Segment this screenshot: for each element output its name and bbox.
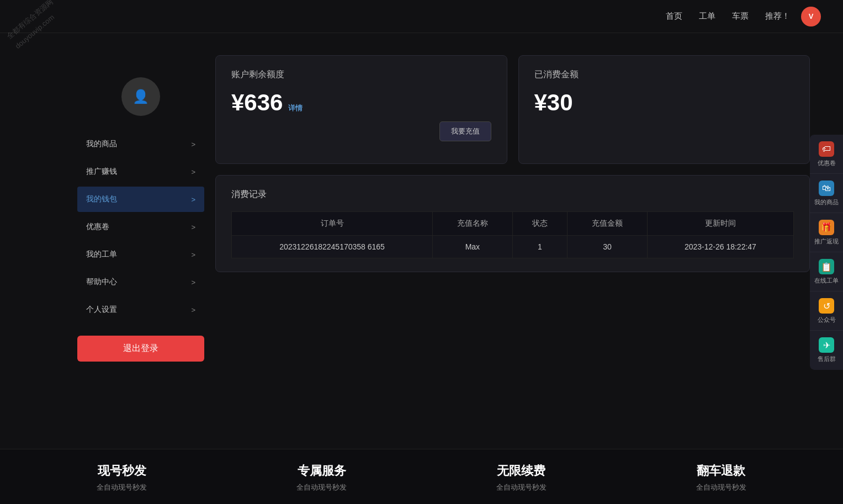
sidebar-item-4[interactable]: 我的工单> <box>77 242 204 267</box>
top-nav: 首页 工单 车票 推荐！ V <box>0 0 843 33</box>
recharge-button[interactable]: 我要充值 <box>439 121 491 141</box>
sidebar-arrow-4: > <box>191 251 195 259</box>
right-float-icon-5: ✈ <box>819 337 834 353</box>
right-float-label-4: 公众号 <box>818 316 836 323</box>
sidebar-arrow-6: > <box>191 306 195 314</box>
sidebar-item-1[interactable]: 推广赚钱> <box>77 159 204 184</box>
remaining-amount: ¥636 <box>231 89 283 116</box>
sidebar-item-0[interactable]: 我的商品> <box>77 131 204 157</box>
sidebar-item-label-4: 我的工单 <box>86 250 117 259</box>
sidebar-arrow-1: > <box>191 168 195 176</box>
avatar: 👤 <box>121 77 160 116</box>
right-float-item-5[interactable]: ✈ 售后群 <box>810 331 843 369</box>
right-float-label-5: 售后群 <box>818 356 836 363</box>
consumed-balance-card: 已消费金额 ¥30 <box>518 55 810 164</box>
nav-recommend[interactable]: 推荐！ <box>765 11 790 22</box>
bottom-feature-sub-0: 全自动现号秒发 <box>97 482 147 492</box>
right-float-menu: 🏷 优惠卷 🛍 我的商品 🎁 推广返现 📋 在线工单 ↺ 公众号 ✈ 售后群 <box>810 134 843 369</box>
user-avatar[interactable]: V <box>801 7 821 26</box>
right-float-icon-0: 🏷 <box>819 141 834 156</box>
row-0-cell-1: Max <box>433 236 513 258</box>
bottom-feature-title-0: 现号秒发 <box>98 463 146 479</box>
sidebar-item-2[interactable]: 我的钱包> <box>77 187 204 212</box>
right-float-item-3[interactable]: 📋 在线工单 <box>810 252 843 291</box>
right-float-item-0[interactable]: 🏷 优惠卷 <box>810 134 843 173</box>
row-0-cell-4: 2023-12-26 18:22:47 <box>647 236 793 258</box>
sidebar-item-5[interactable]: 帮助中心> <box>77 269 204 295</box>
remaining-balance-card: 账户剩余额度 ¥636 详情 我要充值 <box>215 55 507 164</box>
nav-ticket[interactable]: 车票 <box>732 11 749 22</box>
remaining-title: 账户剩余额度 <box>231 69 491 81</box>
sidebar-item-6[interactable]: 个人设置> <box>77 297 204 322</box>
right-float-label-1: 我的商品 <box>814 199 839 206</box>
nav-home[interactable]: 首页 <box>666 11 682 22</box>
detail-link[interactable]: 详情 <box>288 103 303 113</box>
right-float-label-2: 推广返现 <box>814 238 839 245</box>
transaction-card: 消费记录 订单号充值名称状态充值金额更新时间 20231226182245170… <box>215 175 810 272</box>
col-header-1: 充值名称 <box>433 212 513 236</box>
sidebar-item-label-0: 我的商品 <box>86 139 117 149</box>
bottom-feature-0: 现号秒发 全自动现号秒发 <box>97 463 147 492</box>
bottom-bar: 现号秒发 全自动现号秒发 专属服务 全自动现号秒发 无限续费 全自动现号秒发 翻… <box>0 449 843 504</box>
right-float-icon-1: 🛍 <box>819 181 834 196</box>
nav-workorder[interactable]: 工单 <box>699 11 715 22</box>
consumed-amount-row: ¥30 <box>534 89 794 116</box>
sidebar-arrow-3: > <box>191 223 195 231</box>
bottom-feature-1: 专属服务 全自动现号秒发 <box>296 463 347 492</box>
col-header-0: 订单号 <box>232 212 433 236</box>
row-0-cell-2: 1 <box>512 236 567 258</box>
balance-cards: 账户剩余额度 ¥636 详情 我要充值 已消费金额 ¥30 <box>215 55 810 164</box>
right-float-label-0: 优惠卷 <box>818 159 836 166</box>
table-row: 20231226182245170358 6165Max1302023-12-2… <box>232 236 794 258</box>
sidebar-arrow-2: > <box>191 195 195 204</box>
col-header-4: 更新时间 <box>647 212 793 236</box>
bottom-feature-title-3: 翻车退款 <box>697 463 745 479</box>
sidebar-item-label-1: 推广赚钱 <box>86 167 117 177</box>
right-float-item-1[interactable]: 🛍 我的商品 <box>810 174 843 213</box>
sidebar-avatar-area: 👤 <box>77 77 204 120</box>
sidebar-arrow-5: > <box>191 278 195 287</box>
row-0-cell-3: 30 <box>568 236 648 258</box>
right-float-label-3: 在线工单 <box>814 277 839 284</box>
nav-links: 首页 工单 车票 推荐！ <box>666 11 790 22</box>
main-container: 👤 我的商品>推广赚钱>我的钱包>优惠卷>我的工单>帮助中心>个人设置> 退出登… <box>0 33 843 449</box>
transaction-table: 订单号充值名称状态充值金额更新时间 20231226182245170358 6… <box>231 211 794 258</box>
bottom-feature-title-2: 无限续费 <box>497 463 545 479</box>
bottom-feature-2: 无限续费 全自动现号秒发 <box>496 463 547 492</box>
bottom-feature-sub-1: 全自动现号秒发 <box>296 482 347 492</box>
content-area: 账户剩余额度 ¥636 详情 我要充值 已消费金额 ¥30 消费记录 订单号充值 <box>215 44 810 438</box>
right-float-icon-4: ↺ <box>819 298 834 314</box>
row-0-cell-0: 20231226182245170358 6165 <box>232 236 433 258</box>
col-header-3: 充值金额 <box>568 212 648 236</box>
sidebar-item-label-2: 我的钱包 <box>86 194 117 204</box>
sidebar-item-label-6: 个人设置 <box>86 305 117 315</box>
right-float-item-4[interactable]: ↺ 公众号 <box>810 291 843 331</box>
remaining-amount-row: ¥636 详情 <box>231 89 491 116</box>
logout-button[interactable]: 退出登录 <box>77 336 204 362</box>
bottom-feature-sub-3: 全自动现号秒发 <box>696 482 746 492</box>
right-float-item-2[interactable]: 🎁 推广返现 <box>810 213 843 252</box>
right-float-icon-2: 🎁 <box>819 220 834 235</box>
bottom-feature-title-1: 专属服务 <box>298 463 346 479</box>
sidebar-arrow-0: > <box>191 140 195 148</box>
consumed-amount: ¥30 <box>534 89 573 116</box>
sidebar-menu: 我的商品>推广赚钱>我的钱包>优惠卷>我的工单>帮助中心>个人设置> <box>77 131 204 322</box>
sidebar-item-label-5: 帮助中心 <box>86 277 117 287</box>
bottom-feature-3: 翻车退款 全自动现号秒发 <box>696 463 746 492</box>
sidebar: 👤 我的商品>推广赚钱>我的钱包>优惠卷>我的工单>帮助中心>个人设置> 退出登… <box>77 44 204 438</box>
bottom-feature-sub-2: 全自动现号秒发 <box>496 482 547 492</box>
col-header-2: 状态 <box>512 212 567 236</box>
transaction-title: 消费记录 <box>231 189 794 200</box>
sidebar-item-label-3: 优惠卷 <box>86 222 109 232</box>
sidebar-item-3[interactable]: 优惠卷> <box>77 214 204 240</box>
consumed-title: 已消费金额 <box>534 69 794 81</box>
right-float-icon-3: 📋 <box>819 259 834 274</box>
